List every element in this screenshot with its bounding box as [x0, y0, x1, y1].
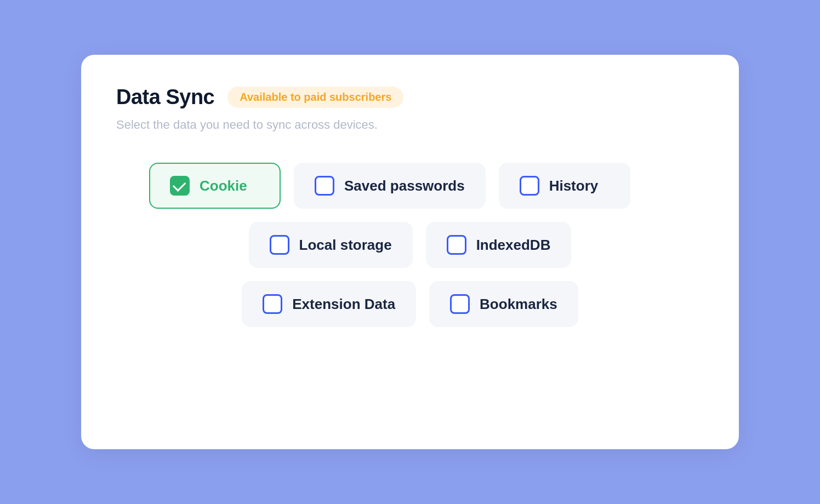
option-cookie[interactable]: Cookie: [149, 163, 281, 209]
checkbox-local-storage-icon: [270, 235, 289, 255]
options-grid: Cookie Saved passwords History Local sto…: [116, 163, 704, 327]
option-bookmarks[interactable]: Bookmarks: [429, 281, 578, 327]
checkbox-bookmarks-icon: [450, 294, 470, 314]
checkbox-extension-data-icon: [263, 294, 282, 314]
paid-badge: Available to paid subscribers: [227, 87, 403, 108]
option-history-label: History: [549, 177, 599, 194]
option-extension-data-label: Extension Data: [292, 296, 395, 313]
data-sync-card: Data Sync Available to paid subscribers …: [81, 55, 739, 449]
option-cookie-label: Cookie: [200, 177, 247, 194]
checkbox-history-icon: [520, 176, 539, 196]
options-row-1: Cookie Saved passwords History: [116, 163, 704, 209]
option-saved-passwords[interactable]: Saved passwords: [294, 163, 486, 209]
option-local-storage[interactable]: Local storage: [249, 222, 413, 268]
options-row-3: Extension Data Bookmarks: [116, 281, 704, 327]
page-title: Data Sync: [116, 85, 214, 109]
checkbox-saved-passwords-icon: [315, 176, 334, 196]
option-local-storage-label: Local storage: [299, 237, 392, 254]
checkbox-indexeddb-icon: [447, 235, 466, 255]
option-indexeddb[interactable]: IndexedDB: [426, 222, 572, 268]
checkbox-cookie-icon: [170, 176, 190, 196]
option-extension-data[interactable]: Extension Data: [242, 281, 416, 327]
option-indexeddb-label: IndexedDB: [476, 237, 551, 254]
subtitle: Select the data you need to sync across …: [116, 118, 704, 132]
option-bookmarks-label: Bookmarks: [480, 296, 557, 313]
option-saved-passwords-label: Saved passwords: [344, 177, 465, 194]
options-row-2: Local storage IndexedDB: [116, 222, 704, 268]
option-history[interactable]: History: [499, 163, 630, 209]
card-header: Data Sync Available to paid subscribers: [116, 85, 704, 109]
